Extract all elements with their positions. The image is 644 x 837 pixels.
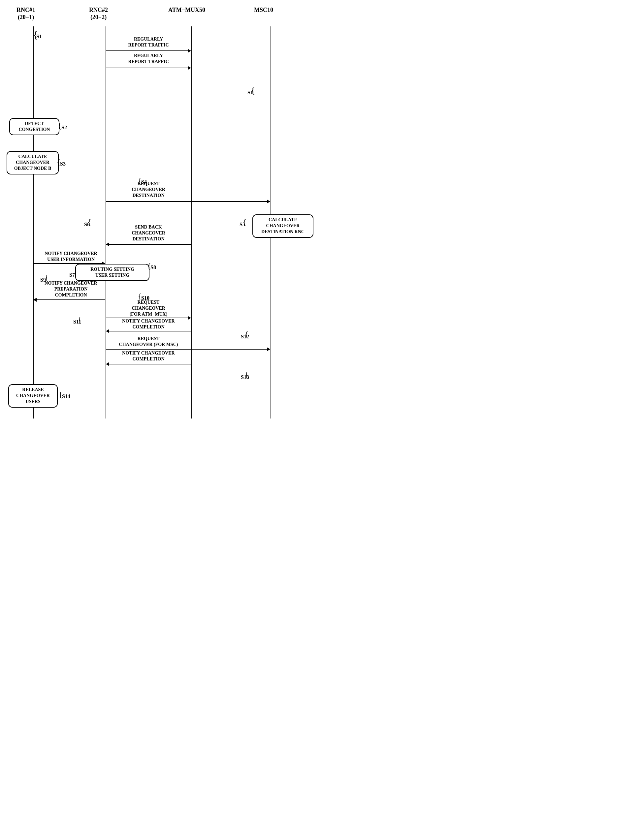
- box-routing-user-setting: ROUTING SETTINGUSER SETTING: [75, 264, 150, 281]
- bracket-s6: {: [87, 218, 91, 226]
- arrow-notify-comp2: [106, 364, 191, 364]
- bracket-s1-msc: {: [251, 85, 255, 96]
- arrow-send-back: [106, 244, 191, 245]
- arrow-notify-comp1: [106, 331, 191, 332]
- msg-regularly-report-1: REGULARLYREPORT TRAFFIC: [109, 36, 188, 48]
- bracket-s8: }: [147, 261, 151, 271]
- msg-request-changeover-dest: REQUESTCHANGEOVERDESTINATION: [109, 181, 188, 199]
- msg-send-back-changeover: SEND BACKCHANGEOVERDESTINATION: [109, 224, 188, 242]
- arrow-regularly-1: [106, 51, 191, 51]
- box-release-changeover: RELEASECHANGEOVERUSERS: [8, 384, 58, 408]
- bracket-s12: {: [245, 330, 249, 339]
- msg-notify-changeover-comp1: NOTIFY CHANGEOVERCOMPLETION: [109, 318, 188, 330]
- step-s3: S3: [60, 161, 66, 167]
- msg-notify-changeover-comp2: NOTIFY CHANGEOVERCOMPLETION: [109, 350, 188, 362]
- header-msc: MSC10: [254, 7, 273, 14]
- vline-rnc2: [105, 26, 106, 419]
- bracket-s1-rnc1: }: [33, 29, 38, 40]
- msg-regularly-report-2: REGULARLYREPORT TRAFFIC: [109, 53, 188, 65]
- msg-request-changeover-atm: REQUESTCHANGEOVER(FOR ATM−MUX): [109, 299, 188, 318]
- vline-atmmux: [191, 26, 192, 419]
- arrow-req-changeover-dest: [106, 201, 270, 202]
- header-atmmux: ATM−MUX50: [168, 7, 205, 14]
- bracket-s14: }: [59, 390, 63, 399]
- bracket-s13: {: [245, 370, 249, 379]
- sequence-diagram: RNC#1 (20−1) RNC#2 (20−2) ATM−MUX50 MSC1…: [0, 0, 322, 419]
- arrow-regularly-2: [106, 67, 191, 68]
- msg-request-changeover-msc: REQUESTCHANGEOVER (FOR MSC): [109, 336, 188, 348]
- step-s7: S7: [69, 272, 75, 278]
- vline-rnc1: [33, 26, 34, 419]
- bracket-s2: }: [58, 121, 62, 130]
- arrow-notify-prep: [34, 299, 105, 300]
- step-s2: S2: [61, 125, 67, 131]
- bracket-s5: {: [243, 218, 247, 226]
- bracket-s11: {: [78, 315, 82, 324]
- box-calculate-changeover: CALCULATECHANGEOVEROBJECT NODE B: [7, 151, 59, 174]
- header-rnc2: RNC#2 (20−2): [89, 7, 108, 21]
- step-s14: S14: [62, 394, 70, 399]
- step-s8: S8: [150, 264, 156, 271]
- msg-notify-prep-completion: NOTIFY CHANGEOVERPREPARATIONCOMPLETION: [36, 280, 105, 299]
- bracket-s3: }: [57, 158, 61, 167]
- header-rnc1: RNC#1 (20−1): [16, 7, 35, 21]
- box-calc-changeover-rnc: CALCULATECHANGEOVERDESTINATION RNC: [252, 214, 314, 238]
- arrow-req-changeover-msc: [106, 349, 270, 350]
- msg-notify-changeover-user: NOTIFY CHANGEOVERUSER INFORMATION: [36, 251, 105, 263]
- box-detect-congestion: DETECTCONGESTION: [9, 118, 59, 135]
